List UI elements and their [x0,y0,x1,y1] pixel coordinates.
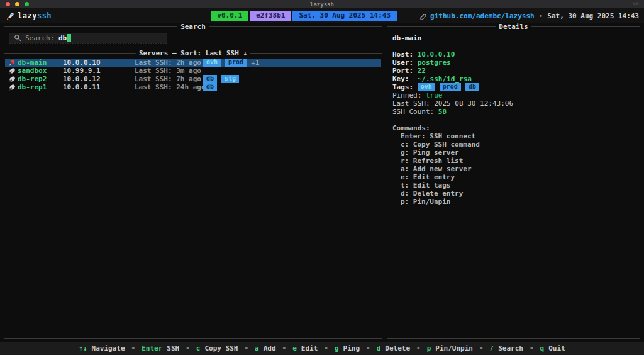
server-name: sandbox [18,67,63,75]
footer-key: p [427,344,431,352]
footer-key-label: Search [498,344,523,352]
header-badge: v0.0.1 [211,11,248,21]
header-badge: Sat, 30 Aug 2025 14:43 [292,11,397,21]
details-panel: Details db-main Host: 10.0.0.10User: pos… [387,26,640,339]
footer-key: d [377,344,381,352]
footer-separator: • [244,344,248,352]
footer-key-label: Copy SSH [204,344,238,352]
details-commands: Commands: Enter: SSH connectc: Copy SSH … [392,124,636,206]
details-line: SSH Count: 58 [392,108,636,116]
server-ip: 10.0.0.10 [63,59,135,67]
details-line: Port: 22 [392,67,636,75]
footer-key-label: Navigate [92,344,125,352]
details-line: Host: 10.0.0.10 [392,50,636,59]
footer-key: a [255,344,259,352]
server-name: db-main [18,59,63,67]
server-name: db-rep1 [18,83,63,91]
tag-badge: db [465,83,479,91]
command-hint: a: Add new server [392,165,636,173]
footer-key-label: SSH [167,344,179,352]
commands-list: Enter: SSH connectc: Copy SSH commandg: … [392,132,636,206]
details-fields: Host: 10.0.0.10User: postgresPort: 22Key… [392,50,636,116]
tag-badge: db [203,83,217,91]
server-row[interactable]: db-rep2 10.0.0.12 Last SSH: 7h ago dbstg [5,75,381,83]
server-row[interactable]: db-rep1 10.0.0.11 Last SSH: 24h ago db [5,83,381,91]
footer-key-label: Delete [385,344,410,352]
server-icon [8,84,18,91]
command-hint: d: Delete entry [392,189,636,198]
server-icon [8,67,18,75]
footer-key-label: Add [264,344,276,352]
footer-separator: • [366,344,370,352]
search-value: db [58,34,67,42]
server-list: db-main 10.0.0.10 Last SSH: 2h ago ovhpr… [5,59,381,91]
server-tags: dbstg [203,75,239,83]
details-line: User: postgres [392,59,636,67]
header-badge: e2f38b1 [250,11,291,21]
footer-key-label: Quit [548,344,565,352]
server-row[interactable]: db-main 10.0.0.10 Last SSH: 2h ago ovhpr… [5,59,381,67]
command-hint: e: Edit entry [392,173,636,181]
footer-key: g [335,344,339,352]
details-line: Last SSH: 2025-08-30 12:43:06 [392,99,636,108]
commands-title: Commands: [392,124,636,132]
details-content: db-main Host: 10.0.0.10User: postgresPor… [392,34,636,206]
command-hint: Enter: SSH connect [392,132,636,140]
server-ip: 10.0.0.12 [63,75,135,83]
footer-key: ↑↓ [79,344,87,352]
header-separator: • [539,12,543,20]
search-label: Search: [25,34,58,42]
details-line: Pinned: true [392,91,636,99]
command-hint: r: Refresh list [392,157,636,165]
header-badges: v0.0.1e2f38b1Sat, 30 Aug 2025 14:43 [211,11,397,21]
text-cursor [67,34,71,42]
server-icon [8,59,18,67]
window-shortcut-hint: ⌥⌘ [632,1,639,7]
app-name: lazyssh [18,11,52,20]
command-hint: c: Copy SSH command [392,140,636,149]
laptop-icon [8,84,16,91]
server-name: db-rep2 [18,75,63,83]
footer-key: q [540,344,545,352]
footer-keybar: ↑↓Navigate•EnterSSH•cCopy SSH•aAdd•eEdit… [0,342,644,355]
command-hint: g: Ping server [392,149,636,157]
servers-panel-title: Servers — Sort: Last SSH ↓ [136,49,250,57]
details-server-name: db-main [392,34,636,42]
footer-separator: • [530,344,534,352]
search-panel: Search Search: db [4,26,382,48]
server-last-ssh: Last SSH: 7h ago [135,75,202,83]
header-datetime: Sat, 30 Aug 2025 14:43 [547,12,639,20]
footer-key-label: Edit [301,344,318,352]
tag-badge: db [203,75,217,83]
app-logo: lazyssh [6,11,52,20]
pin-icon [8,59,16,67]
server-row[interactable]: sandbox 10.99.9.1 Last SSH: 3m ago [5,67,381,75]
footer-key-label: Ping [343,344,360,352]
repo-link[interactable]: github.com/adembc/lazyssh [430,12,535,20]
command-hint: p: Pin/Unpin [392,198,636,206]
footer-key: e [292,344,297,352]
server-more-tags: +1 [251,59,259,67]
server-tags: db [203,83,217,91]
tag-badge: ovh [418,83,435,91]
footer-separator: • [131,344,136,352]
rocket-icon [6,12,14,20]
footer-separator: • [186,344,190,352]
window-title: lazyssh [0,1,644,8]
tag-badge: stg [221,75,239,83]
titlebar: lazyssh ⌥⌘ [0,0,644,8]
laptop-icon [8,76,16,83]
footer-separator: • [416,344,421,352]
search-input[interactable]: Search: db [9,33,167,44]
server-ip: 10.0.0.11 [63,83,135,91]
command-hint: t: Edit tags [392,181,636,189]
details-line: Key: ~/.ssh/id_rsa [392,75,636,83]
link-icon [418,12,426,20]
footer-key: Enter [142,344,162,352]
footer-separator: • [282,344,287,352]
footer-key-label: Pin/Unpin [435,344,473,352]
server-last-ssh: Last SSH: 3m ago [135,67,202,75]
tag-badge: prod [225,59,247,67]
repo-link-group: github.com/adembc/lazyssh [418,12,535,20]
servers-panel: Servers — Sort: Last SSH ↓ db-main 10.0.… [4,53,382,339]
